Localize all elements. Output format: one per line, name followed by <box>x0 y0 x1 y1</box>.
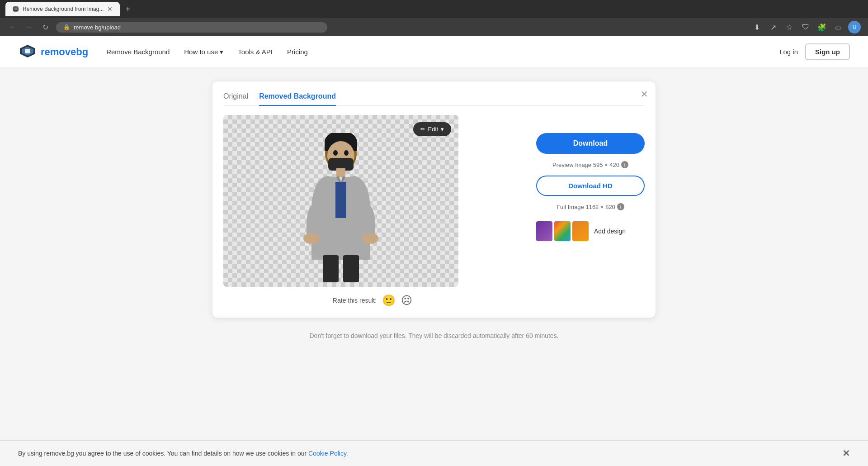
app-navbar: removebg Remove Background How to use ▾ … <box>0 36 868 68</box>
design-thumb-3 <box>572 221 589 241</box>
url-text: remove.bg/upload <box>74 24 121 31</box>
person-silhouette <box>296 133 386 287</box>
rating-area: Rate this result: 🙂 ☹ <box>223 294 522 307</box>
edit-button[interactable]: ✏ Edit ▾ <box>413 122 451 136</box>
download-button[interactable]: Download <box>536 133 645 154</box>
sad-rating-button[interactable]: ☹ <box>401 294 412 307</box>
download-icon[interactable]: ⬇ <box>750 21 763 33</box>
add-design-area: Add design <box>536 221 645 241</box>
bookmark-icon[interactable]: ☆ <box>783 21 796 33</box>
happy-rating-button[interactable]: 🙂 <box>382 294 396 307</box>
image-canvas: ✏ Edit ▾ <box>223 115 458 287</box>
close-card-button[interactable]: ✕ <box>641 89 648 100</box>
download-hd-button[interactable]: Download HD <box>536 176 645 196</box>
logo-icon <box>18 44 37 60</box>
footer-notice: Don't forget to download your files. The… <box>18 332 850 339</box>
design-thumbnails <box>536 221 589 241</box>
full-info-icon[interactable]: i <box>617 203 624 210</box>
content-area: ✏ Edit ▾ Rate this result: 🙂 ☹ Download … <box>223 115 645 307</box>
edit-dropdown-icon: ▾ <box>441 126 444 133</box>
sidebar-icon[interactable]: ▭ <box>832 21 844 33</box>
logo-text: removebg <box>41 46 88 58</box>
tabs: Original Removed Background <box>223 92 645 106</box>
browser-actions: ⬇ ↗ ☆ 🛡 🧩 ▭ U <box>750 21 861 33</box>
image-preview-container: ✏ Edit ▾ Rate this result: 🙂 ☹ <box>223 115 522 307</box>
nav-auth: Log in Sign up <box>779 43 850 60</box>
browser-tab[interactable]: 🖼 Remove Background from Imag... ✕ <box>5 2 120 16</box>
add-design-link[interactable]: Add design <box>594 228 626 235</box>
share-icon[interactable]: ↗ <box>767 21 779 33</box>
forward-button[interactable]: → <box>24 22 34 33</box>
logo[interactable]: removebg <box>18 44 88 60</box>
full-info: Full Image 1162 × 820 i <box>536 203 645 210</box>
svg-point-8 <box>344 150 349 156</box>
tab-original[interactable]: Original <box>223 92 248 106</box>
reload-button[interactable]: ↻ <box>40 22 51 33</box>
nav-links: Remove Background How to use ▾ Tools & A… <box>106 48 779 56</box>
address-field[interactable]: 🔒 remove.bg/upload <box>56 22 327 33</box>
shield-icon[interactable]: 🛡 <box>799 21 812 33</box>
chevron-down-icon: ▾ <box>220 48 223 56</box>
svg-point-12 <box>303 233 320 244</box>
login-button[interactable]: Log in <box>779 48 798 56</box>
nav-tools-api[interactable]: Tools & API <box>238 48 273 56</box>
design-thumb-1 <box>536 221 552 241</box>
svg-point-13 <box>362 233 378 244</box>
tab-removed-background[interactable]: Removed Background <box>259 92 336 106</box>
lock-icon: 🔒 <box>63 24 70 30</box>
preview-info: Preview Image 595 × 420 i <box>536 161 645 168</box>
new-tab-button[interactable]: + <box>125 5 130 14</box>
address-bar-row: ← → ↻ 🔒 remove.bg/upload ⬇ ↗ ☆ 🛡 🧩 ▭ U <box>0 18 868 36</box>
right-panel: Download Preview Image 595 × 420 i Downl… <box>536 115 645 307</box>
svg-rect-14 <box>323 255 339 282</box>
result-card: ✕ Original Removed Background <box>212 81 656 318</box>
extensions-icon[interactable]: 🧩 <box>816 21 828 33</box>
nav-pricing[interactable]: Pricing <box>287 48 308 56</box>
svg-point-7 <box>333 150 338 156</box>
design-thumb-2 <box>554 221 571 241</box>
tab-title: Remove Background from Imag... <box>23 6 104 12</box>
pencil-icon: ✏ <box>420 126 425 133</box>
svg-rect-11 <box>335 182 346 218</box>
back-button[interactable]: ← <box>7 22 18 33</box>
profile-avatar[interactable]: U <box>848 21 861 33</box>
nav-how-to-use[interactable]: How to use ▾ <box>184 48 223 56</box>
preview-info-icon[interactable]: i <box>621 161 628 168</box>
tab-close-button[interactable]: ✕ <box>107 5 113 13</box>
nav-remove-background[interactable]: Remove Background <box>106 48 170 56</box>
main-content: ✕ Original Removed Background <box>0 68 868 385</box>
signup-button[interactable]: Sign up <box>805 43 850 60</box>
svg-rect-10 <box>336 168 345 177</box>
browser-chrome: 🖼 Remove Background from Imag... ✕ + <box>0 0 868 18</box>
svg-rect-2 <box>25 49 30 53</box>
rate-label: Rate this result: <box>333 297 377 304</box>
svg-rect-15 <box>343 255 359 282</box>
tab-favicon: 🖼 <box>13 6 19 12</box>
